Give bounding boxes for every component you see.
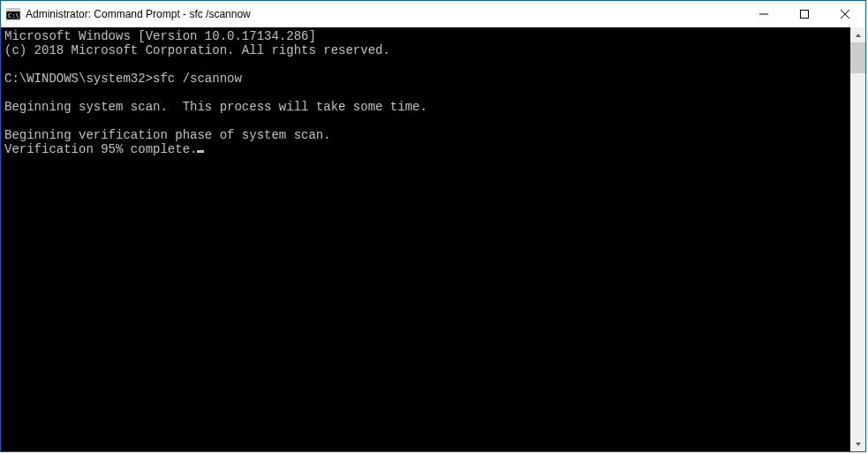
vertical-scrollbar[interactable]: [850, 27, 865, 451]
minimize-button[interactable]: [743, 1, 784, 27]
close-button[interactable]: [825, 1, 865, 27]
scroll-up-button[interactable]: [850, 27, 865, 42]
window-title: Administrator: Command Prompt - sfc /sca…: [26, 8, 251, 20]
titlebar[interactable]: C:\ Administrator: Command Prompt - sfc …: [1, 1, 865, 27]
command-prompt-window: C:\ Administrator: Command Prompt - sfc …: [0, 0, 866, 452]
verification-line: Verification 95% complete.: [4, 142, 197, 156]
console-output[interactable]: Microsoft Windows [Version 10.0.17134.28…: [1, 27, 850, 451]
console-line: C:\WINDOWS\system32>sfc /scannow: [4, 72, 847, 86]
svg-marker-7: [856, 34, 861, 37]
console-line: Microsoft Windows [Version 10.0.17134.28…: [4, 29, 847, 43]
console-line: (c) 2018 Microsoft Corporation. All righ…: [4, 43, 847, 57]
console-line: [4, 86, 847, 100]
console-line: Beginning verification phase of system s…: [4, 128, 847, 142]
cmd-icon: C:\: [6, 7, 20, 21]
scroll-track[interactable]: [850, 42, 865, 436]
scroll-down-button[interactable]: [850, 436, 865, 451]
svg-marker-8: [856, 443, 861, 446]
svg-rect-1: [6, 9, 20, 11]
svg-text:C:\: C:\: [8, 12, 19, 19]
console-line: [4, 57, 847, 72]
prompt-path: C:\WINDOWS\system32>: [4, 72, 153, 86]
prompt-command: sfc /scannow: [153, 72, 242, 86]
scroll-thumb[interactable]: [850, 42, 865, 73]
cursor-icon: [197, 150, 204, 153]
console-line: Verification 95% complete.: [4, 142, 847, 156]
console-line: Beginning system scan. This process will…: [4, 100, 847, 114]
client-area: Microsoft Windows [Version 10.0.17134.28…: [1, 27, 865, 451]
svg-rect-4: [801, 11, 809, 19]
console-line: [4, 114, 847, 128]
maximize-button[interactable]: [784, 1, 825, 27]
